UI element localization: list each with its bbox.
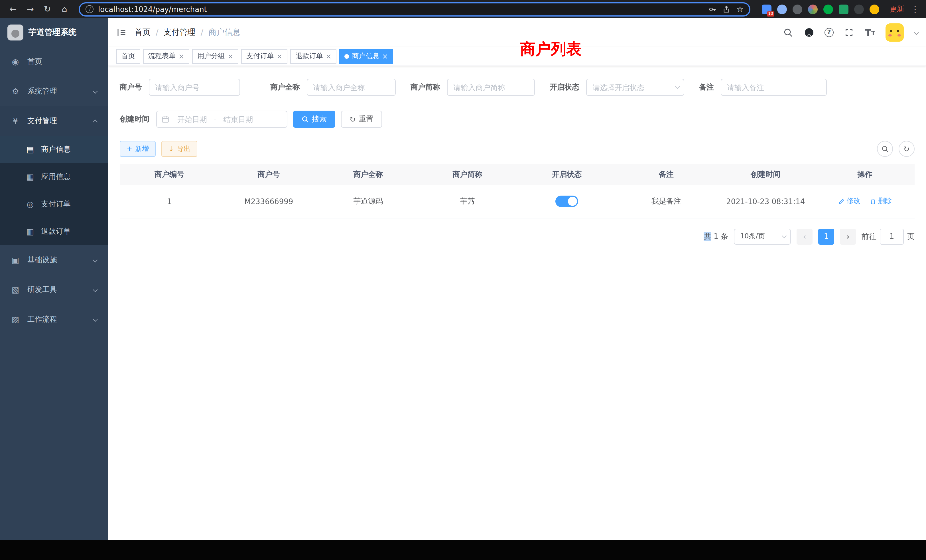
extension-note-icon[interactable] <box>839 4 849 14</box>
tab-merchant-info[interactable]: 商户信息 × <box>340 49 393 64</box>
address-bar[interactable]: i localhost:1024/pay/merchant ☆ <box>79 2 750 16</box>
pagination: 共 1 条 ‹ 1 › 前往 页 <box>120 229 915 244</box>
delete-link[interactable]: 删除 <box>870 197 892 206</box>
sidebar-logo[interactable]: 芋道管理系统 <box>0 18 108 47</box>
top-navbar: 首页 / 支付管理 / 商户信息 ? <box>108 18 926 47</box>
password-key-icon[interactable] <box>708 5 717 14</box>
goto-page-input[interactable] <box>880 229 904 244</box>
col-merchant-id: 商户编号 <box>120 164 219 185</box>
col-create-time: 创建时间 <box>716 164 816 185</box>
close-icon[interactable]: × <box>325 53 331 60</box>
avatar[interactable] <box>885 23 904 42</box>
refresh-table-button[interactable]: ↻ <box>899 141 915 157</box>
cell-full-name: 芋道源码 <box>318 185 418 218</box>
tab-pay-order[interactable]: 支付订单 × <box>241 49 287 64</box>
calendar-icon <box>161 115 169 123</box>
goto-suffix: 页 <box>907 231 915 242</box>
tab-process-form[interactable]: 流程表单 × <box>143 49 189 64</box>
breadcrumb-home[interactable]: 首页 <box>135 27 151 38</box>
search-button[interactable]: 搜索 <box>293 110 335 128</box>
cell-remark: 我是备注 <box>617 185 716 218</box>
sidebar-item-label: 应用信息 <box>41 172 71 182</box>
sidebar-item-workflow[interactable]: ▨ 工作流程 <box>0 304 108 334</box>
sidebar-item-payment[interactable]: ¥ 支付管理 <box>0 106 108 136</box>
sidebar-item-pay-order[interactable]: ◎ 支付订单 <box>0 191 108 218</box>
sidebar-item-refund-order[interactable]: ▥ 退款订单 <box>0 218 108 245</box>
edit-link[interactable]: 修改 <box>838 197 861 206</box>
page-size-select[interactable] <box>734 229 791 244</box>
close-icon[interactable]: × <box>227 53 233 60</box>
plus-icon: + <box>127 145 132 153</box>
merchant-short-name-input[interactable] <box>447 79 535 96</box>
add-button[interactable]: + 新增 <box>120 141 156 157</box>
close-icon[interactable]: × <box>277 53 282 60</box>
page-size-value[interactable] <box>734 229 791 244</box>
sidebar-item-home[interactable]: ◉ 首页 <box>0 47 108 76</box>
tab-refund-order[interactable]: 退款订单 × <box>290 49 336 64</box>
create-time-range-picker[interactable]: - <box>156 110 287 128</box>
sidebar-item-merchant-info[interactable]: ▤ 商户信息 <box>0 136 108 163</box>
table-row: 1 M233666999 芋道源码 芋艿 我是备注 2021-10-23 08:… <box>120 185 915 218</box>
next-page-button[interactable]: › <box>840 229 856 244</box>
close-icon[interactable]: × <box>179 53 184 60</box>
tab-home[interactable]: 首页 <box>117 49 140 64</box>
bookmark-star-icon[interactable]: ☆ <box>737 5 743 14</box>
sidebar-item-app-info[interactable]: ▦ 应用信息 <box>0 163 108 191</box>
remark-input[interactable] <box>721 79 827 96</box>
avatar-caret-icon[interactable] <box>914 30 919 35</box>
extension-tabs-icon[interactable]: 10 <box>762 4 772 14</box>
merchant-name-label: 商户全称 <box>270 82 307 92</box>
chrome-menu-icon[interactable]: ⋮ <box>910 4 920 14</box>
sidebar-item-system[interactable]: ⚙ 系统管理 <box>0 76 108 106</box>
sidebar-item-label: 研发工具 <box>27 285 57 295</box>
col-remark: 备注 <box>617 164 716 185</box>
fullscreen-icon[interactable] <box>843 27 855 38</box>
end-date-input[interactable] <box>218 115 259 123</box>
reset-button[interactable]: ↻ 重置 <box>341 110 382 128</box>
share-icon[interactable] <box>723 5 731 13</box>
close-icon[interactable]: × <box>382 53 388 60</box>
workflow-icon: ▨ <box>10 315 21 324</box>
page-number-button[interactable]: 1 <box>818 229 834 244</box>
extension-smiley-icon[interactable] <box>870 4 879 14</box>
tools-icon: ▧ <box>10 285 21 294</box>
extension-dark-icon[interactable] <box>854 4 864 14</box>
export-button[interactable]: ↓ 导出 <box>161 141 197 157</box>
github-icon[interactable] <box>803 27 815 38</box>
help-icon[interactable]: ? <box>825 28 834 37</box>
breadcrumb-payment[interactable]: 支付管理 <box>163 27 195 38</box>
back-icon[interactable]: ← <box>6 2 21 17</box>
toggle-search-button[interactable] <box>877 141 893 157</box>
sidebar-item-infrastructure[interactable]: ▣ 基础设施 <box>0 245 108 275</box>
table-header-row: 商户编号 商户号 商户全称 商户简称 开启状态 备注 创建时间 操作 <box>120 164 915 185</box>
home-icon[interactable]: ⌂ <box>57 2 72 17</box>
cell-create-time: 2021-10-23 08:31:14 <box>716 185 816 218</box>
status-label: 开启状态 <box>550 82 586 92</box>
chrome-update-button[interactable]: 更新 <box>890 4 904 14</box>
prev-page-button[interactable]: ‹ <box>797 229 813 244</box>
extension-gray-icon[interactable] <box>793 4 802 14</box>
font-size-icon[interactable]: TT <box>864 27 876 38</box>
extension-drop-icon[interactable] <box>777 4 787 14</box>
forward-icon[interactable]: → <box>23 2 38 17</box>
tab-user-group[interactable]: 用户分组 × <box>192 49 238 64</box>
merchant-card-icon: ▤ <box>25 145 35 154</box>
extension-green-circle-icon[interactable] <box>823 4 833 14</box>
site-info-icon[interactable]: i <box>86 5 94 13</box>
merchant-name-input[interactable] <box>307 79 396 96</box>
status-toggle[interactable] <box>555 195 578 207</box>
start-date-input[interactable] <box>172 115 213 123</box>
merchant-no-input[interactable] <box>149 79 240 96</box>
search-icon[interactable] <box>782 27 794 38</box>
cell-merchant-id: 1 <box>120 185 219 218</box>
sidebar-item-label: 工作流程 <box>27 314 57 324</box>
order-icon: ◎ <box>25 200 35 209</box>
sidebar-item-dev-tools[interactable]: ▧ 研发工具 <box>0 275 108 304</box>
extension-avatar-icon[interactable] <box>808 4 818 14</box>
hamburger-icon[interactable] <box>117 27 127 38</box>
reload-icon[interactable]: ↻ <box>40 2 55 17</box>
sidebar: 芋道管理系统 ◉ 首页 ⚙ 系统管理 ¥ 支付管理 <box>0 18 108 540</box>
status-select[interactable] <box>586 79 684 96</box>
col-merchant-no: 商户号 <box>219 164 319 185</box>
url-text[interactable]: localhost:1024/pay/merchant <box>98 5 704 14</box>
